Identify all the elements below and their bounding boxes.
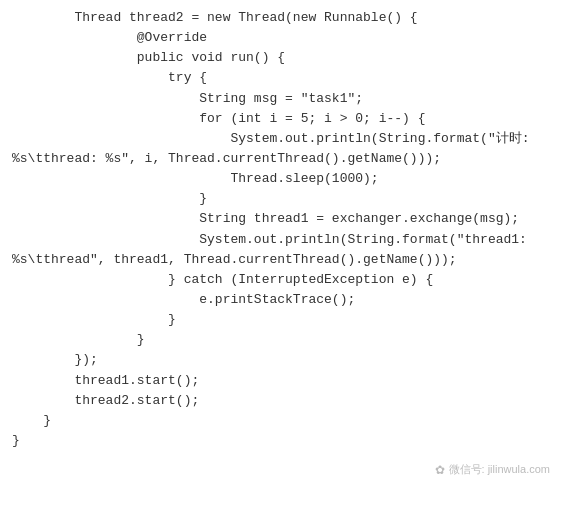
watermark: ✿ 微信号: jilinwula.com: [435, 462, 550, 477]
line-4: try {: [12, 70, 207, 85]
line-22: }: [12, 433, 20, 448]
line-1: Thread thread2 = new Thread(new Runnable…: [12, 10, 418, 25]
line-8: %s\tthread: %s", i, Thread.currentThread…: [12, 151, 441, 166]
watermark-icon: ✿: [435, 463, 445, 477]
line-10: }: [12, 191, 207, 206]
code-container: Thread thread2 = new Thread(new Runnable…: [0, 0, 566, 507]
line-18: });: [12, 352, 98, 367]
line-12: System.out.println(String.format("thread…: [12, 232, 527, 247]
line-16: }: [12, 312, 176, 327]
line-13: %s\tthread", thread1, Thread.currentThre…: [12, 252, 457, 267]
line-6: for (int i = 5; i > 0; i--) {: [12, 111, 425, 126]
watermark-text: 微信号: jilinwula.com: [449, 462, 550, 477]
line-2: @Override: [12, 30, 207, 45]
line-15: e.printStackTrace();: [12, 292, 355, 307]
line-17: }: [12, 332, 145, 347]
line-7: System.out.println(String.format("计时:: [12, 131, 529, 146]
line-11: String thread1 = exchanger.exchange(msg)…: [12, 211, 519, 226]
line-21: }: [12, 413, 51, 428]
line-19: thread1.start();: [12, 373, 199, 388]
line-14: } catch (InterruptedException e) {: [12, 272, 433, 287]
line-3: public void run() {: [12, 50, 285, 65]
line-20: thread2.start();: [12, 393, 199, 408]
line-9: Thread.sleep(1000);: [12, 171, 379, 186]
code-block: Thread thread2 = new Thread(new Runnable…: [0, 8, 566, 451]
line-5: String msg = "task1";: [12, 91, 363, 106]
